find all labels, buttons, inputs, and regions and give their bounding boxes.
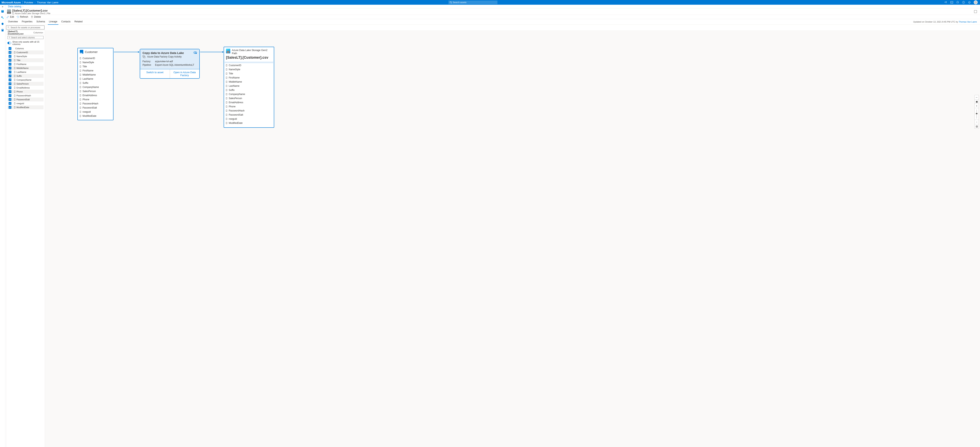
help-icon[interactable]: ? (962, 1, 965, 4)
brand[interactable]: Microsoft Azure (2, 1, 21, 4)
svg-point-0 (450, 2, 452, 3)
svg-point-7 (970, 2, 970, 2)
service-name[interactable]: Purview (24, 1, 33, 4)
announcement-icon[interactable] (944, 1, 947, 4)
svg-point-6 (969, 2, 969, 2)
console-icon[interactable] (950, 1, 953, 4)
chevron-right-icon: › (35, 2, 35, 3)
header-user-breadcrumb[interactable]: Thomas Van Laere (37, 1, 59, 4)
svg-rect-2 (951, 2, 953, 3)
global-search[interactable]: Search assets (449, 1, 498, 4)
search-icon (450, 1, 452, 3)
svg-line-1 (451, 3, 452, 3)
svg-text:?: ? (963, 2, 964, 3)
avatar[interactable] (974, 0, 978, 4)
bell-icon[interactable] (956, 1, 959, 4)
search-placeholder: Search assets (453, 1, 466, 3)
feedback-icon[interactable] (968, 1, 971, 4)
top-header: Microsoft Azure Purview › Thomas Van Lae… (0, 0, 980, 5)
